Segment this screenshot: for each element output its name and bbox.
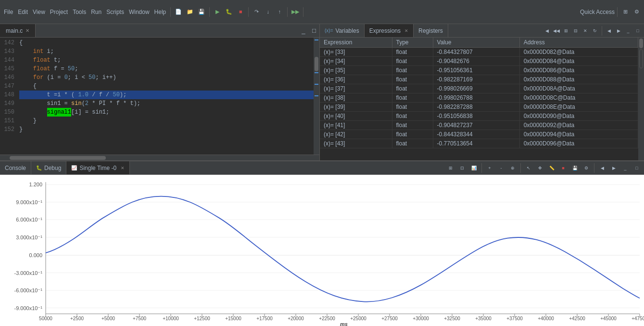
chart-back[interactable]: ◀: [597, 163, 607, 173]
svg-text:+37500: +37500: [506, 316, 523, 321]
run-menu[interactable]: Run: [89, 9, 103, 15]
step-over-btn[interactable]: ↷: [251, 7, 262, 17]
editor-minimize-btn[interactable]: _: [298, 26, 309, 36]
var-row-2[interactable]: (x)= [35] float -0.951056361 0x0000D086@…: [320, 66, 638, 75]
new-file-btn[interactable]: 📄: [173, 7, 184, 17]
debug-tab[interactable]: 🐛 Debug: [31, 161, 66, 174]
editor-scrollbar[interactable]: [314, 38, 319, 155]
chart-btn1[interactable]: ⊞: [445, 163, 456, 173]
svg-text:50000: 50000: [39, 316, 52, 321]
chart-maximize-btn[interactable]: □: [631, 163, 642, 173]
main-toolbar: File Edit View Project Tools Run Scripts…: [0, 0, 644, 24]
edit-menu[interactable]: Edit: [16, 9, 30, 15]
expressions-tab-close[interactable]: ✕: [404, 28, 408, 33]
var-panel-minimize[interactable]: _: [624, 26, 632, 35]
svg-text:+22500: +22500: [319, 316, 335, 321]
project-menu[interactable]: Project: [48, 9, 70, 15]
single-time-tab-close[interactable]: ✕: [121, 166, 125, 170]
expr-cell: (x)= [37]: [320, 84, 392, 93]
var-panel-btn7[interactable]: ◀: [605, 26, 613, 35]
editor-hscroll-thumb[interactable]: [10, 156, 106, 160]
code-lines[interactable]: { int i; float t; float f = 50; for (i =…: [17, 38, 314, 155]
save-btn[interactable]: 💾: [196, 7, 207, 17]
var-row-9[interactable]: (x)= [42] float -0.844328344 0x0000D094@…: [320, 130, 638, 139]
editor-maximize-btn[interactable]: □: [309, 26, 319, 36]
chart-zoom-out[interactable]: -: [496, 163, 506, 173]
chart-cursor2[interactable]: ✥: [535, 163, 545, 173]
expressions-tab[interactable]: Expressions ✕: [365, 24, 414, 37]
open-btn[interactable]: 📁: [185, 7, 195, 17]
var-row-3[interactable]: (x)= [36] float -0.982287169 0x0000D088@…: [320, 75, 638, 84]
chart-btn2[interactable]: ⊡: [457, 163, 467, 173]
chart-zoom-in[interactable]: +: [484, 163, 495, 173]
var-panel-scrollbar[interactable]: [638, 38, 644, 160]
single-time-tab[interactable]: 📈 Single Time -0 ✕: [66, 161, 130, 174]
step-out-btn[interactable]: ↑: [274, 7, 285, 17]
chart-stop-btn[interactable]: ■: [558, 163, 568, 173]
svg-text:-9.000x10⁻¹: -9.000x10⁻¹: [14, 305, 42, 311]
chart-settings[interactable]: ⚙: [581, 163, 592, 173]
editor-hscrollbar[interactable]: [0, 155, 319, 160]
var-panel-btn8[interactable]: ▶: [614, 26, 623, 35]
editor-tab-main[interactable]: main.c ✕: [0, 24, 36, 37]
var-panel-btn3[interactable]: ⊞: [562, 26, 570, 35]
line-numbers: 142 143 144 145 146 147 148 149 150 151 …: [0, 38, 17, 155]
bp-marker-4: [315, 84, 318, 85]
var-row-1[interactable]: (x)= [34] float -0.90482676 0x0000D084@D…: [320, 57, 638, 66]
chart-cursor1[interactable]: ↖: [523, 163, 534, 173]
var-row-4[interactable]: (x)= [37] float -0.998026669 0x0000D08A@…: [320, 84, 638, 93]
var-row-8[interactable]: (x)= [41] float -0.904827237 0x0000D092@…: [320, 121, 638, 130]
col-address: Address: [519, 38, 638, 48]
registers-tab[interactable]: Registers: [414, 24, 448, 37]
chart-export[interactable]: 💾: [569, 163, 580, 173]
variables-tab[interactable]: (x)= Variables: [320, 24, 365, 37]
var-row-6[interactable]: (x)= [39] float -0.982287288 0x0000D08E@…: [320, 103, 638, 112]
var-row-7[interactable]: (x)= [40] float -0.951056838 0x0000D090@…: [320, 112, 638, 121]
code-line-151: }: [19, 117, 314, 125]
value-cell: -0.844328344: [433, 130, 519, 139]
perspectives-btn[interactable]: ⊞: [620, 7, 631, 17]
var-panel-btn2[interactable]: ◀◀: [552, 26, 561, 35]
var-row-10[interactable]: (x)= [43] float -0.770513654 0x0000D096@…: [320, 139, 638, 148]
view-menu[interactable]: View: [31, 9, 47, 15]
var-row-5[interactable]: (x)= [38] float -0.998026788 0x0000D08C@…: [320, 93, 638, 103]
type-cell: float: [392, 103, 433, 112]
value-cell: -0.90482676: [433, 57, 519, 66]
file-menu[interactable]: File: [2, 9, 15, 15]
var-row-0[interactable]: (x)= [33] float -0.844327807 0x0000D082@…: [320, 48, 638, 57]
var-panel-btn1[interactable]: ◀: [543, 26, 551, 35]
code-editor: main.c ✕ _ □ 142 143 144 145 146 147 148: [0, 24, 320, 160]
svg-text:+45000: +45000: [600, 316, 617, 321]
var-panel-btn5[interactable]: ✕: [581, 26, 590, 35]
expressions-tab-label: Expressions: [369, 27, 401, 34]
chart-fit[interactable]: ⊕: [507, 163, 518, 173]
debug-btn[interactable]: 🐛: [224, 7, 234, 17]
separator-3: [248, 7, 249, 17]
scripts-menu[interactable]: Scripts: [104, 9, 126, 15]
resume-btn[interactable]: ▶▶: [290, 7, 301, 17]
settings-btn[interactable]: ⚙: [631, 7, 642, 17]
editor-tab-label: main.c: [6, 27, 23, 34]
var-panel-maximize[interactable]: □: [633, 26, 642, 35]
var-table[interactable]: Expression Type Value Address (x)= [33] …: [320, 38, 638, 160]
col-expression: Expression: [320, 38, 392, 48]
help-menu[interactable]: Help: [152, 9, 168, 15]
svg-text:3.000x10⁻¹: 3.000x10⁻¹: [16, 235, 42, 240]
svg-text:+2500: +2500: [70, 316, 84, 321]
chart-minimize-btn[interactable]: _: [620, 163, 631, 173]
chart-forward[interactable]: ▶: [608, 163, 619, 173]
tools-menu[interactable]: Tools: [71, 9, 88, 15]
window-menu[interactable]: Window: [127, 9, 152, 15]
var-panel-btn4[interactable]: ⊟: [571, 26, 580, 35]
chart-measure[interactable]: 📏: [546, 163, 557, 173]
editor-scroll-thumb[interactable]: [315, 57, 318, 71]
step-into-btn[interactable]: ↓: [263, 7, 273, 17]
stop-btn[interactable]: ■: [235, 7, 246, 17]
code-content: 142 143 144 145 146 147 148 149 150 151 …: [0, 38, 319, 155]
editor-tab-close[interactable]: ✕: [25, 28, 29, 33]
var-panel-wrapper: Expression Type Value Address (x)= [33] …: [320, 38, 644, 160]
build-btn[interactable]: ▶: [212, 7, 223, 17]
var-panel-btn6[interactable]: ↻: [591, 26, 599, 35]
console-tab[interactable]: Console: [0, 161, 31, 174]
chart-btn3[interactable]: 📊: [468, 163, 479, 173]
